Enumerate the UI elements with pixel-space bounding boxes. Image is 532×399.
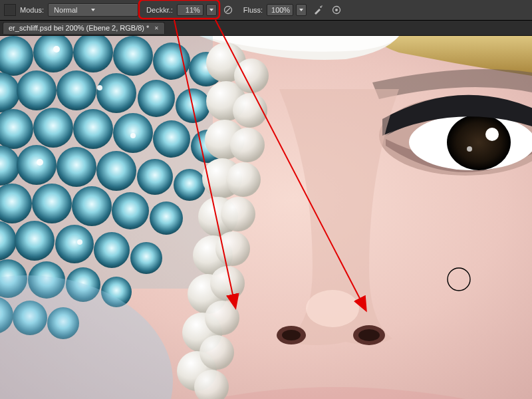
svg-point-15 [306,290,359,327]
svg-point-47 [15,221,55,261]
svg-point-2 [321,5,323,7]
svg-point-43 [72,186,112,226]
svg-point-39 [137,159,173,195]
tablet-pressure-opacity-icon[interactable] [221,3,235,17]
mode-value: Normal [54,6,77,14]
document-tab[interactable]: er_schliff.psd bei 200% (Ebene 2, RGB/8)… [3,22,165,34]
opacity-control: 11% [177,4,217,16]
svg-point-1 [320,6,321,7]
flow-input[interactable]: 100% [267,4,293,16]
svg-point-24 [17,70,57,110]
chevron-down-icon [91,9,95,11]
flow-control: 100% [267,4,307,16]
svg-point-45 [150,201,183,235]
svg-point-21 [153,43,190,80]
svg-point-61 [130,133,136,138]
svg-point-38 [96,151,136,191]
svg-point-30 [33,108,73,148]
svg-point-50 [130,242,162,274]
svg-point-44 [112,192,149,229]
svg-point-60 [37,159,43,166]
mode-dropdown[interactable]: Normal [48,3,138,17]
svg-point-10 [467,146,472,152]
svg-point-58 [53,46,60,53]
svg-point-25 [57,70,96,110]
svg-point-31 [73,109,113,149]
svg-point-78 [210,266,245,301]
svg-point-9 [485,128,499,141]
svg-point-20 [113,36,153,76]
svg-point-73 [233,93,267,128]
brush-options-bar: Modus: Normal Deckkr.: 11% Fluss: 100% [0,0,532,21]
svg-point-76 [221,197,255,231]
chevron-down-icon [299,9,303,11]
svg-point-37 [57,147,96,187]
opacity-input[interactable]: 11% [177,4,203,16]
svg-point-26 [96,73,136,113]
airbrush-icon[interactable] [311,3,325,17]
svg-point-33 [153,120,190,158]
svg-point-14 [358,329,380,341]
document-tab-title: er_schliff.psd bei 200% (Ebene 2, RGB/8)… [9,24,149,32]
mode-label: Modus: [20,6,44,14]
flow-label: Fluss: [243,6,263,14]
svg-point-77 [215,231,250,266]
svg-point-36 [17,145,57,185]
svg-point-80 [200,335,234,370]
opacity-label: Deckkr.: [146,6,173,14]
svg-point-13 [282,330,301,340]
svg-point-72 [234,59,269,93]
tool-preset-icon[interactable] [4,4,16,16]
svg-point-40 [174,169,205,201]
svg-point-8 [447,114,511,170]
svg-point-27 [138,80,175,117]
svg-point-62 [77,239,82,245]
svg-point-42 [32,184,72,223]
tablet-pressure-size-icon[interactable] [329,3,344,17]
chevron-down-icon [209,9,213,11]
svg-point-75 [226,162,261,197]
svg-point-79 [205,301,239,335]
opacity-dropdown-button[interactable] [206,4,217,16]
svg-point-74 [230,128,265,162]
svg-point-28 [176,88,210,123]
svg-point-59 [97,85,102,90]
close-icon[interactable]: ✕ [154,25,159,31]
flow-dropdown-button[interactable] [296,4,307,16]
svg-point-48 [55,225,94,263]
svg-point-49 [94,232,130,268]
canvas-viewport[interactable] [0,36,532,399]
svg-point-4 [335,9,338,11]
document-tab-bar: er_schliff.psd bei 200% (Ebene 2, RGB/8)… [0,21,532,36]
